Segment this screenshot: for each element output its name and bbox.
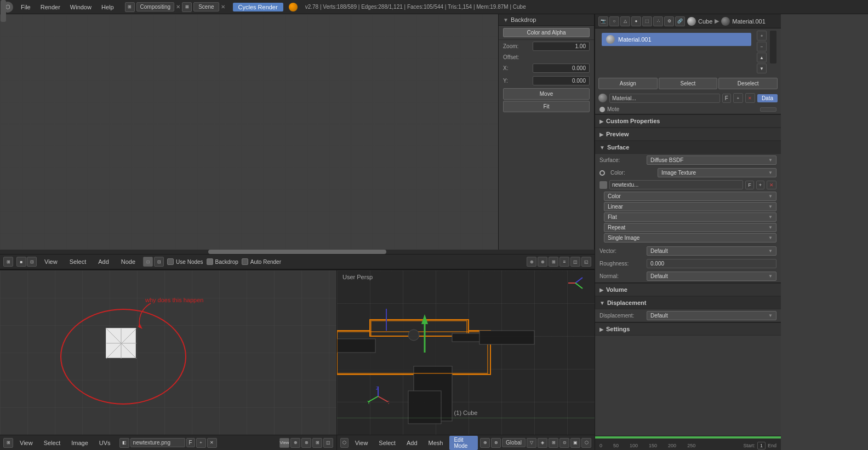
uv-select-menu[interactable]: Select [39,439,65,447]
surface-header[interactable]: ▼ Surface [595,141,781,154]
mat-down-btn[interactable]: ▼ [757,64,767,73]
vp-ctrl-3[interactable]: ▽ [527,438,536,448]
comp-icon-3[interactable]: ⊕ [527,257,536,267]
image-tex-f-btn[interactable]: F [745,181,754,189]
image-tex-name[interactable]: newtextu... [609,180,743,189]
comp-icon-4[interactable]: ⊗ [538,257,547,267]
comp-icon-1[interactable]: ■ [16,257,26,267]
comp-icon-5[interactable]: ⊞ [549,257,558,267]
mat-remove-slot-btn[interactable]: − [757,42,767,51]
comp-mode-1[interactable]: □ [143,257,153,267]
uv-plus-btn[interactable]: + [196,438,206,448]
editor-type-selector[interactable]: Compositing [136,2,175,11]
mat-up-btn[interactable]: ▲ [757,53,767,62]
use-nodes-checkbox[interactable] [167,258,174,265]
uv-editor-icon[interactable]: ⊞ [3,438,13,448]
x-value[interactable]: 0.000 [533,64,590,73]
select-btn[interactable]: Select [659,78,718,89]
image-tex-plus-btn[interactable]: + [756,181,764,189]
comp-icon-7[interactable]: ◫ [570,257,580,267]
mat-icon-physics[interactable]: ⚙ [664,16,674,26]
mat-icon-texture[interactable]: ⬚ [642,16,652,26]
editor-type-icon[interactable]: ⊞ [125,2,135,12]
vector-value[interactable]: Default ▼ [647,246,776,256]
file-menu[interactable]: File [16,3,35,11]
vp-ctrl-6[interactable]: ⊙ [559,438,569,448]
uv-mode-2[interactable]: ⊗ [301,438,311,448]
comp-icon-6[interactable]: ≡ [559,257,569,267]
settings-header[interactable]: ▶ Settings [595,322,781,336]
assign-btn[interactable]: Assign [598,78,658,89]
y-value[interactable]: 0.000 [533,76,590,85]
render-menu[interactable]: Render [36,3,65,11]
vp-ctrl-4[interactable]: ◈ [538,438,547,448]
vp-add-menu[interactable]: Add [402,439,422,447]
mat-x-btn[interactable]: ✕ [745,93,755,103]
deselect-btn[interactable]: Deselect [718,78,778,89]
vp-select-menu[interactable]: Select [374,439,400,447]
uv-mode-4[interactable]: ◫ [323,438,333,448]
uv-texture-name[interactable]: newtexture.png [130,438,185,447]
comp-view-menu[interactable]: View [40,257,62,266]
uv-tex-icon[interactable]: ◧ [119,438,129,448]
uv-mode-3[interactable]: ⊞ [312,438,322,448]
volume-header[interactable]: ▶ Volume [595,283,781,296]
color-field-5[interactable]: Single Image ▼ [604,233,776,243]
mat-icon-camera[interactable]: 📷 [598,16,608,26]
h-scrollbar[interactable] [0,250,595,254]
uv-image-menu[interactable]: Image [67,439,93,447]
displacement-value[interactable]: Default ▼ [647,311,776,320]
comp-node-menu[interactable]: Node [117,257,140,266]
surface-value[interactable]: Diffuse BSDF ▼ [647,155,776,165]
vp-editor-icon[interactable]: ⬡ [340,438,349,448]
mat-icon-mesh[interactable]: △ [620,16,630,26]
mat-add-btn[interactable]: + [733,93,743,103]
custom-properties-header[interactable]: ▶ Custom Properties [595,114,781,128]
mat-icon-constraint[interactable]: 🔗 [675,16,685,26]
comp-icon-2[interactable]: ⊡ [27,257,37,267]
window-menu[interactable]: Window [66,3,96,11]
comp-mode-2[interactable]: ⊡ [154,257,164,267]
mote-slider[interactable] [760,107,776,112]
uv-close-btn[interactable]: ✕ [207,438,217,448]
move-btn[interactable]: Move [503,88,590,100]
fit-btn[interactable]: Fit [503,101,590,112]
color-field-4[interactable]: Repeat ▼ [604,223,776,232]
help-menu[interactable]: Help [97,3,118,11]
displacement-header[interactable]: ▼ Displacement [595,296,781,309]
scene-selector[interactable]: Scene [193,2,219,11]
color-value[interactable]: Image Texture ▼ [658,168,776,177]
vp-ctrl-1[interactable]: ⊕ [480,438,490,448]
mat-f-btn[interactable]: F [722,94,731,103]
auto-render-checkbox[interactable] [242,258,248,265]
mat-icon-object[interactable]: ○ [609,16,619,26]
color-field-2[interactable]: Linear ▼ [604,202,776,211]
color-alpha-btn[interactable]: Color and Alpha [503,28,590,37]
global-selector[interactable]: Global [502,438,526,447]
uv-f-btn[interactable]: F [186,438,195,447]
backdrop-checkbox[interactable] [207,258,213,265]
preview-header[interactable]: ▶ Preview [595,128,781,141]
vp-ctrl-8[interactable]: ⬡ [581,438,591,448]
uv-view-menu[interactable]: View [15,439,37,447]
vp-view-menu[interactable]: View [351,439,373,447]
backdrop-toggle[interactable]: Backdrop [207,258,238,265]
color-field-3[interactable]: Flat ▼ [604,212,776,222]
zoom-value[interactable]: 1.00 [533,42,590,51]
scene-type-icon[interactable]: ⊠ [182,2,192,12]
mat-name-field[interactable]: Material... [609,94,720,103]
normal-value[interactable]: Default ▼ [647,272,776,281]
mat-data-btn[interactable]: Data [757,94,778,102]
edit-mode-btn[interactable]: Edit Mode [449,436,478,450]
color-checkbox[interactable] [599,170,605,176]
roughness-value[interactable]: 0.000 [647,259,776,268]
uv-uvs-menu[interactable]: UVs [95,439,115,447]
vp-ctrl-2[interactable]: ⊗ [491,438,501,448]
color-field-1[interactable]: Color ▼ [604,192,776,201]
image-tex-close-btn[interactable]: ✕ [767,181,776,189]
comp-add-menu[interactable]: Add [94,257,113,266]
auto-render-toggle[interactable]: Auto Render [242,258,281,265]
comp-icon-8[interactable]: ◱ [581,257,591,267]
start-value[interactable]: 1 [757,442,766,449]
uv-view-btn[interactable]: View [279,438,289,448]
